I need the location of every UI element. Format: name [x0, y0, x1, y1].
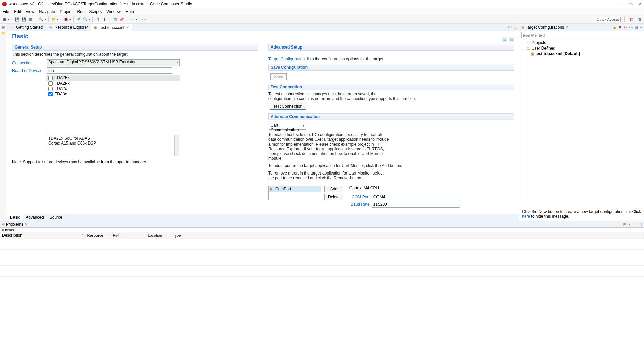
tab-resource-explorer[interactable]: ◉ Resource Explorer [46, 24, 91, 31]
device-name: TDA2Ex [55, 75, 70, 80]
link-icon[interactable]: ⇔ [629, 25, 633, 30]
restore-icon[interactable]: ▣ [1, 25, 6, 30]
footer-here-link[interactable]: here [522, 214, 530, 219]
tab-getting-started[interactable]: ⌂ Getting Started [7, 24, 46, 31]
box-icon[interactable]: ▥ [28, 17, 33, 22]
new-target-cfg-icon[interactable]: ▣ [613, 25, 616, 30]
prev-edit-icon[interactable]: ↶ [76, 17, 81, 22]
minimize-button[interactable]: ― [619, 2, 623, 6]
menu-file[interactable]: File [3, 9, 9, 14]
filter-input[interactable] [521, 32, 642, 38]
comport-list[interactable]: ◧ ComPort [268, 186, 321, 200]
folder-icon[interactable]: 📂 [51, 17, 56, 22]
comport-item[interactable]: ◧ ComPort [269, 186, 321, 192]
device-name: TDA3x [55, 92, 67, 96]
menu-navigate[interactable]: Navigate [39, 9, 55, 14]
device-checkbox-tda3x[interactable] [48, 92, 53, 96]
alt-comm-select[interactable]: Uart Communication [269, 123, 306, 130]
target-cfg-tree: 🗀 Projects ⌄ 🗀 User Defined ▣ test tda.c… [519, 39, 644, 57]
problems-view: ⊘ Problems ✕ ⚑ ▾ ▭ ▢ 0 items Description… [0, 221, 644, 282]
editor-body: Basic ▤ ▥ General Setup This section des… [7, 31, 519, 214]
menu-view[interactable]: View [26, 9, 34, 14]
debug-icon[interactable]: 🐞 [63, 17, 69, 22]
menu-run[interactable]: Run [77, 9, 85, 14]
col-location[interactable]: Location [146, 232, 171, 239]
general-setup-desc: This section describes the general confi… [12, 52, 258, 57]
prev-anno-icon[interactable]: ▮ [102, 17, 107, 22]
device-row[interactable]: TDA2x [46, 86, 180, 91]
delete-icon[interactable]: ✖ [618, 25, 622, 30]
table-row [0, 277, 644, 282]
perspective-ccs-icon[interactable]: ◧ [628, 17, 634, 22]
delete-button[interactable]: Delete [324, 194, 343, 200]
device-row[interactable]: TDA3x [46, 91, 180, 97]
col-path[interactable]: Path [111, 232, 146, 239]
col-resource[interactable]: Resource [85, 232, 111, 239]
bottom-tab-source[interactable]: Source [47, 214, 65, 221]
table-row [0, 266, 644, 271]
col-description[interactable]: Description▴ [0, 232, 85, 239]
tab-list-icon[interactable]: ▥ [112, 17, 118, 22]
save-all-icon[interactable]: 💾 [21, 17, 27, 22]
maximize-view-icon[interactable]: ▢ [514, 25, 517, 29]
tab-test-tda-ccxml[interactable]: ▣ test tda.ccxml ✕ [91, 24, 132, 31]
col-type[interactable]: Type [171, 232, 644, 239]
maximize-button[interactable]: ▭ [629, 2, 633, 6]
device-row[interactable]: TDA2Px [46, 81, 180, 86]
close-view-icon[interactable]: ✕ [25, 222, 28, 227]
maximize-icon[interactable]: ▢ [638, 222, 642, 227]
device-row[interactable]: TDA2Ex [46, 75, 180, 81]
tree-item-projects[interactable]: 🗀 Projects [522, 40, 641, 45]
devices-note: Note: Support for more devices may be av… [12, 160, 258, 164]
test-connection-button[interactable]: Test Connection [270, 103, 306, 110]
minimize-view-icon[interactable]: ▭ [508, 25, 512, 29]
target-cfg-title: Target Configurations [526, 25, 564, 30]
device-checkbox-tda2px[interactable] [48, 81, 53, 86]
view-menu-icon[interactable]: ▾ [640, 25, 642, 30]
horizontal-layout-icon[interactable]: ▤ [502, 37, 507, 42]
bottom-tab-basic[interactable]: Basic [7, 214, 23, 221]
bottom-tab-advanced[interactable]: Advanced [23, 214, 47, 221]
close-window-button[interactable]: ✕ [639, 2, 642, 6]
com-port-input[interactable] [372, 194, 460, 200]
close-view-icon[interactable]: ✕ [565, 25, 568, 29]
tree-item-user-defined[interactable]: ⌄ 🗀 User Defined [522, 45, 641, 51]
editor-bottom-tabs: Basic Advanced Source [7, 214, 519, 221]
collapse-all-icon[interactable]: ⊟ [635, 25, 638, 30]
refresh-icon[interactable]: ↻ [624, 25, 627, 30]
close-icon[interactable]: ✕ [126, 25, 129, 30]
expander-icon[interactable]: ⌄ [522, 46, 525, 50]
view-menu-icon[interactable]: ▾ [628, 222, 631, 227]
menu-window[interactable]: Window [106, 9, 121, 14]
tree-item-file[interactable]: ▣ test tda.ccxml [Default] [522, 51, 641, 56]
quick-access[interactable]: Quick Access [595, 17, 621, 22]
save-icon[interactable]: 💾 [15, 17, 20, 22]
search-icon[interactable]: 🔍 [83, 17, 88, 22]
forward-icon[interactable]: ⇨ [138, 17, 144, 22]
build-icon[interactable]: 🔨 [38, 17, 44, 22]
connection-select[interactable]: Spectrum Digital XDS560V2 STM USB Emulat… [47, 59, 180, 66]
minimize-icon[interactable]: ▭ [633, 222, 636, 227]
device-list[interactable]: TDA2Ex TDA2Px TDA2x TDA3x [46, 75, 180, 133]
device-checkbox-tda2ex[interactable] [48, 76, 53, 80]
filters-icon[interactable]: ⚑ [623, 222, 626, 227]
menu-edit[interactable]: Edit [14, 9, 21, 14]
baud-rate-input[interactable] [372, 201, 460, 208]
pin-icon[interactable]: 📌 [119, 17, 124, 22]
board-filter-input[interactable] [47, 67, 172, 74]
perspective-switch-icon[interactable]: ◨ [637, 17, 642, 22]
problems-icon: ⊘ [2, 222, 5, 226]
new-icon[interactable]: ▦ [2, 17, 7, 22]
project-explorer-icon[interactable]: 📁 [1, 31, 6, 36]
menu-project[interactable]: Project [60, 9, 72, 14]
menu-scripts[interactable]: Scripts [89, 9, 102, 14]
target-configuration-link[interactable]: Target Configuration [268, 57, 305, 61]
add-button[interactable]: Add [324, 186, 343, 192]
back-icon[interactable]: ⇦ [130, 17, 135, 22]
save-button[interactable]: Save [270, 73, 287, 80]
general-setup-head: General Setup [12, 44, 258, 51]
device-checkbox-tda2x[interactable] [48, 87, 53, 91]
menu-help[interactable]: Help [125, 9, 134, 14]
vertical-layout-icon[interactable]: ▥ [509, 37, 514, 42]
next-anno-icon[interactable]: ▯ [95, 17, 101, 22]
